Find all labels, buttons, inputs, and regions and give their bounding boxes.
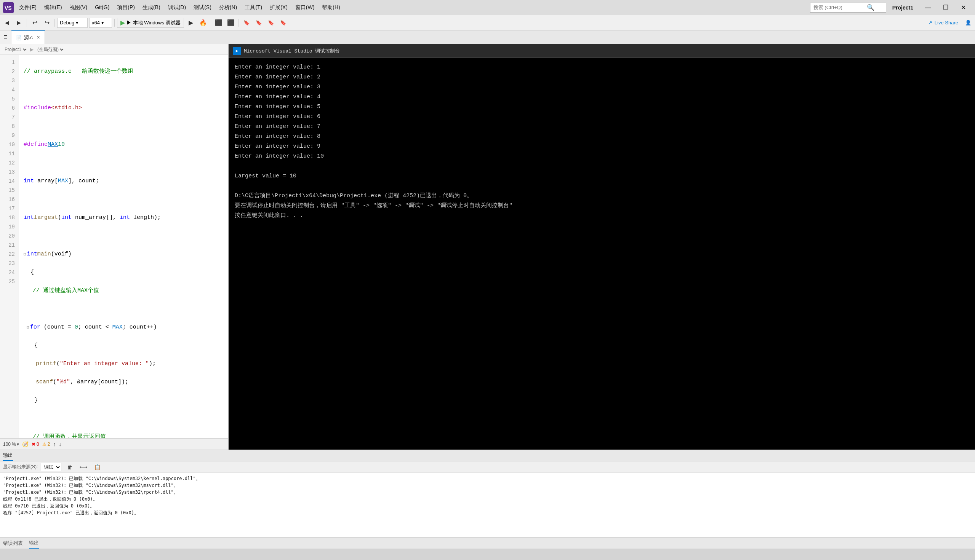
toolbar-bookmark4[interactable]: 🔖 [278,18,288,28]
menu-bar: 文件(F) 编辑(E) 视图(V) Git(G) 项目(P) 生成(B) 调试(… [15,3,344,13]
project-selector[interactable]: Project1 [3,47,28,53]
menu-build[interactable]: 生成(B) [139,3,164,13]
config-chevron: ▾ [76,20,79,25]
code-line-5: #define MAX 10 [23,140,224,149]
nav-icon[interactable]: 🧭 [22,441,28,447]
minimize-button[interactable]: — [919,0,937,15]
code-editor[interactable]: 12345 678910 1112131415 1617181920 21222… [0,55,228,438]
back-button[interactable]: ◀ [2,18,12,28]
close-button[interactable]: ✕ [955,0,972,15]
zoom-dropdown-icon: ▾ [17,442,19,447]
toolbar-redo[interactable]: ↪ [42,18,52,28]
toolbar-separator-2 [55,19,55,27]
warning-count[interactable]: ⚠ 2 [42,442,50,447]
console-line-12 [235,181,969,191]
output-content[interactable]: "Project1.exe" (Win32): 已加载 "C:\Windows\… [0,473,975,537]
menu-help[interactable]: 帮助(H) [318,3,344,13]
menu-file[interactable]: 文件(F) [15,3,40,13]
toolbar-profile[interactable]: 👤 [963,18,973,28]
toolbar-fire[interactable]: 🔥 [198,18,208,28]
file-tab-source[interactable]: 📄 源.c ✕ [12,30,45,44]
live-share-label: Live Share [935,20,958,25]
editor-nav: Project1 ▶ (全局范围) [0,44,228,55]
run-button[interactable]: ▶ ▶ 本地 Windows 调试器 [117,18,184,28]
title-bar: VS 文件(F) 编辑(E) 视图(V) Git(G) 项目(P) 生成(B) … [0,0,975,15]
output-line-2: "Project1.exe" (Win32): 已加载 "C:\Windows\… [3,489,972,496]
menu-debug[interactable]: 调试(D) [164,3,190,13]
console-line-6: Enter an integer value: 7 [235,122,969,132]
debug-console-output[interactable]: Enter an integer value: 1 Enter an integ… [229,58,975,450]
output-wrap-button[interactable]: ⟺ [78,462,89,472]
search-input[interactable] [813,5,867,10]
toolbar-bookmark2[interactable]: 🔖 [253,18,264,28]
code-line-15: ⊟ for (count = 0; count < MAX; count++) [23,323,224,332]
code-line-10 [23,232,224,241]
platform-label: x64 [92,20,100,25]
debug-console-title-bar: ▶ Microsoft Visual Studio 调试控制台 [229,44,975,58]
sidebar-collapse-icon[interactable]: ☰ [4,35,8,40]
file-tab-label: 源.c [24,34,33,41]
output-clear-button[interactable]: 🗑 [64,462,75,472]
menu-tools[interactable]: 工具(T) [241,3,266,13]
console-line-3: Enter an integer value: 4 [235,92,969,102]
toolbar-bkpt1[interactable]: ⬛ [213,18,224,28]
menu-edit[interactable]: 编辑(E) [40,3,66,13]
code-line-9: int largest(int num_array[], int length)… [23,213,224,222]
output-line-4: 线程 0x710 已退出，返回值为 0 (0x0)。 [3,503,972,509]
error-count[interactable]: ✖ 0 [32,442,39,447]
forward-button[interactable]: ▶ [14,18,24,28]
toolbar-separator-3 [114,19,115,27]
code-line-2 [23,85,224,94]
menu-project[interactable]: 项目(P) [113,3,139,13]
run-label: ▶ 本地 Windows 调试器 [127,19,181,26]
file-tab-close-button[interactable]: ✕ [37,35,40,40]
svg-text:VS: VS [5,5,12,11]
code-line-1: // arraypass.c 给函数传递一个数组 [23,67,224,76]
restore-button[interactable]: ❐ [937,0,955,15]
code-line-4 [23,122,224,131]
menu-extensions[interactable]: 扩展(X) [266,3,291,13]
menu-test[interactable]: 测试(S) [190,3,215,13]
toolbar-bookmark3[interactable]: 🔖 [266,18,276,28]
config-dropdown[interactable]: Debug ▾ [57,18,88,28]
search-box[interactable]: 🔍 [810,3,886,13]
tab-output[interactable]: 输出 [3,450,13,461]
platform-dropdown[interactable]: x64 ▾ [89,18,112,28]
window-controls: — ❐ ✕ [919,0,972,15]
navigate-down[interactable]: ↓ [59,441,61,447]
navigate-up[interactable]: ↑ [53,441,56,447]
run-icon: ▶ [120,19,125,26]
output-copy-button[interactable]: 📋 [92,462,102,472]
output-source-label: 显示输出来源(S): [3,464,38,470]
scope-selector[interactable]: (全局范围) [36,47,65,53]
menu-git[interactable]: Git(G) [91,3,113,13]
live-share-button[interactable]: ↗ Live Share [925,20,961,25]
file-icon: 📄 [16,35,22,40]
console-line-2: Enter an integer value: 3 [235,82,969,92]
menu-view[interactable]: 视图(V) [66,3,92,13]
bottom-tab-bar: 错误列表 输出 [0,537,975,548]
toolbar-extra-1[interactable]: ▶ [186,18,196,28]
editor-status-bar: 100 % ▾ 🧭 ✖ 0 ⚠ 2 ↑ ↓ [0,438,228,450]
menu-analyze[interactable]: 分析(N) [215,3,241,13]
output-tab-bar: 输出 [0,450,975,462]
output-line-0: "Project1.exe" (Win32): 已加载 "C:\Windows\… [3,475,972,482]
tab-error-list[interactable]: 错误列表 [3,538,23,548]
console-line-7: Enter an integer value: 8 [235,132,969,142]
output-source-select[interactable]: 调试 [41,463,61,471]
toolbar-undo[interactable]: ↩ [29,18,40,28]
toolbar-bookmark1[interactable]: 🔖 [241,18,252,28]
toolbar-bkpt2[interactable]: ⬛ [226,18,236,28]
menu-window[interactable]: 窗口(W) [291,3,319,13]
output-toolbar: 显示输出来源(S): 调试 🗑 ⟺ 📋 [0,462,975,473]
code-line-8 [23,195,224,204]
code-line-3: #include <stdio.h> [23,103,224,113]
tab-output-bottom[interactable]: 输出 [29,538,39,548]
zoom-value: 100 % [3,442,16,447]
zoom-control[interactable]: 100 % ▾ [3,442,19,447]
vs-logo: VS [3,2,14,13]
code-content[interactable]: // arraypass.c 给函数传递一个数组 #include <stdio… [19,55,228,438]
console-line-13: D:\C语言项目\Project1\x64\Debug\Project1.exe… [235,191,969,201]
console-line-14: 要在调试停止时自动关闭控制台，请启用 "工具" -> "选项" -> "调试" … [235,201,969,211]
toolbar-separator-1 [27,19,27,27]
